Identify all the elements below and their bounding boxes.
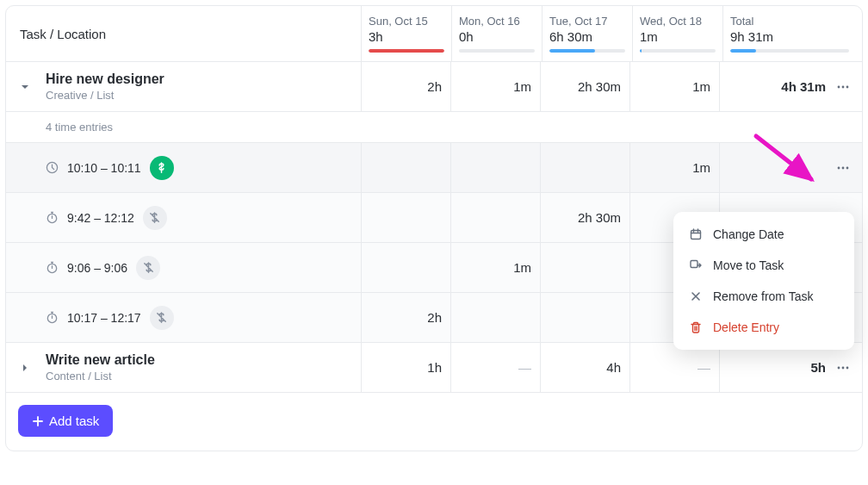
entry-info: 10:10 – 10:11 (20, 156, 174, 180)
time-entry-row: 10:10 – 10:11 1m (6, 143, 862, 193)
task-cell-day-0[interactable]: 1h (361, 343, 450, 392)
ctx-label: Change Date (713, 227, 784, 241)
entry-info: 9:06 – 9:06 (20, 256, 160, 280)
task-cell-total: 5h (719, 343, 862, 392)
task-name: Write new article (46, 352, 155, 368)
ctx-label: Remove from Task (713, 289, 813, 303)
stopwatch-icon (46, 261, 59, 274)
day-bar (640, 49, 716, 53)
plus-icon (32, 415, 44, 427)
entry-cell-day-1[interactable] (450, 293, 540, 342)
more-icon (836, 361, 850, 375)
svg-point-5 (842, 166, 845, 169)
task-column-header: Task / Location (6, 6, 361, 61)
entry-cell-day-0[interactable] (361, 193, 450, 242)
day-label: Wed, Oct 18 (640, 15, 716, 28)
stopwatch-icon (46, 211, 59, 224)
day-label: Mon, Oct 16 (459, 15, 535, 28)
footer: Add task (6, 393, 862, 451)
task-menu-button[interactable] (833, 358, 853, 378)
task-cell-day-2[interactable]: 4h (540, 343, 629, 392)
clock-icon (46, 161, 59, 174)
dollar-icon (155, 161, 168, 174)
svg-point-10 (838, 366, 840, 369)
ctx-change-date[interactable]: Change Date (673, 219, 854, 250)
ctx-move-to-task[interactable]: Move to Task (673, 250, 854, 281)
entry-menu-button[interactable] (833, 158, 853, 178)
entry-cell-day-2[interactable]: 2h 30m (540, 193, 629, 242)
entries-header-row: 4 time entries (6, 112, 862, 143)
more-icon (836, 80, 850, 94)
entry-cell: 10:17 – 12:17 (6, 293, 361, 342)
entry-cell-day-1[interactable] (450, 193, 540, 242)
non-billable-badge[interactable] (143, 206, 167, 230)
entry-cell-day-1[interactable]: 1m (450, 243, 540, 292)
task-total-value: 5h (810, 360, 826, 375)
total-label: Total (730, 15, 855, 28)
dollar-off-icon (142, 261, 155, 274)
svg-point-12 (846, 366, 849, 369)
day-label: Tue, Oct 17 (549, 15, 625, 28)
task-cell: Write new article Content / List (6, 343, 361, 392)
entry-time-range: 9:06 – 9:06 (67, 261, 127, 275)
entry-cell-day-2[interactable] (540, 293, 629, 342)
task-text: Write new article Content / List (46, 352, 155, 382)
day-header-2: Tue, Oct 17 6h 30m (542, 6, 632, 61)
task-location: Content / List (46, 370, 155, 382)
non-billable-badge[interactable] (150, 306, 174, 330)
context-menu: Change Date Move to Task Remove from Tas… (673, 212, 854, 350)
entries-count-label: 4 time entries (6, 112, 862, 142)
ctx-delete-entry[interactable]: Delete Entry (673, 312, 854, 343)
empty-dash: — (518, 360, 531, 375)
task-total-value: 4h 31m (781, 79, 826, 94)
day-label: Sun, Oct 15 (369, 15, 444, 28)
svg-rect-14 (691, 261, 698, 268)
non-billable-badge[interactable] (136, 256, 160, 280)
entry-cell: 9:42 – 12:12 (6, 193, 361, 242)
task-name: Hire new designer (46, 72, 164, 87)
task-cell-day-1[interactable]: 1m (450, 62, 540, 111)
caret-right-icon (20, 363, 30, 373)
day-total: 3h (369, 29, 444, 44)
entry-cell-day-0[interactable] (361, 243, 450, 292)
caret-down-icon (20, 82, 30, 92)
x-icon (689, 289, 703, 303)
task-cell-day-2[interactable]: 2h 30m (540, 62, 629, 111)
entry-cell-day-0[interactable]: 2h (361, 293, 450, 342)
task-cell-day-1[interactable]: — (450, 343, 540, 392)
total-value: 9h 31m (730, 29, 855, 44)
day-total: 0h (459, 29, 535, 44)
entry-cell-day-1[interactable] (450, 143, 540, 192)
svg-point-4 (838, 166, 840, 169)
task-cell-total: 4h 31m (719, 62, 862, 111)
ctx-remove-from-task[interactable]: Remove from Task (673, 281, 854, 312)
task-cell-day-0[interactable]: 2h (361, 62, 450, 111)
entry-time-range: 9:42 – 12:12 (67, 211, 134, 225)
task-row[interactable]: Write new article Content / List 1h — 4h… (6, 343, 862, 393)
day-bar (369, 49, 444, 53)
stopwatch-icon (46, 311, 59, 324)
add-task-label: Add task (49, 413, 99, 428)
total-header: Total 9h 31m (722, 6, 862, 61)
day-total: 6h 30m (549, 29, 625, 44)
move-icon (689, 258, 703, 272)
task-row[interactable]: Hire new designer Creative / List 2h 1m … (6, 62, 862, 112)
add-task-button[interactable]: Add task (18, 405, 113, 437)
entry-cell-total (719, 143, 862, 192)
billable-badge[interactable] (150, 156, 174, 180)
day-bar (459, 49, 535, 53)
entry-cell-day-0[interactable] (361, 143, 450, 192)
svg-point-11 (842, 366, 845, 369)
task-menu-button[interactable] (833, 77, 853, 97)
day-bar (549, 49, 625, 53)
task-text: Hire new designer Creative / List (46, 72, 164, 102)
entry-cell-day-3[interactable]: 1m (629, 143, 719, 192)
task-cell-day-3[interactable]: — (629, 343, 719, 392)
total-bar (730, 49, 849, 53)
entry-cell-day-2[interactable] (540, 143, 629, 192)
task-cell-day-3[interactable]: 1m (629, 62, 719, 111)
entry-cell-day-2[interactable] (540, 243, 629, 292)
ctx-label: Move to Task (713, 258, 784, 272)
entry-cell: 10:10 – 10:11 (6, 143, 361, 192)
svg-rect-13 (691, 231, 701, 239)
